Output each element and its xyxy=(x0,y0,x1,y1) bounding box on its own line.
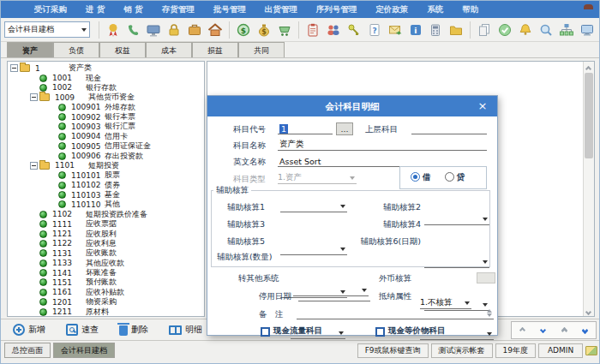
delete-button[interactable]: 删除 xyxy=(119,324,148,336)
expander-icon[interactable] xyxy=(30,240,38,248)
bottom-tab-main[interactable]: 总控画面 xyxy=(4,343,51,358)
clipboard-icon[interactable] xyxy=(303,21,322,39)
expander-icon[interactable] xyxy=(49,142,57,150)
status-image-icon[interactable] xyxy=(585,346,597,355)
tree-row[interactable]: 1211 原材料 xyxy=(8,307,204,316)
account-class-tab[interactable]: 成本 xyxy=(146,42,192,57)
menu-item[interactable]: 受订采购 xyxy=(25,1,76,18)
expander-icon[interactable] xyxy=(49,171,57,179)
cart-icon[interactable] xyxy=(275,21,294,39)
dialog-title[interactable]: 会计科目明细 xyxy=(207,96,497,116)
expander-icon[interactable] xyxy=(30,249,38,257)
aux3-combo[interactable] xyxy=(280,242,347,255)
expander-icon[interactable] xyxy=(30,298,38,306)
monitor-icon[interactable] xyxy=(578,21,597,39)
user-person-icon[interactable] xyxy=(584,3,594,15)
expander-icon[interactable] xyxy=(30,93,38,101)
menu-item[interactable]: 存货管理 xyxy=(153,1,204,18)
check-icon[interactable] xyxy=(495,21,514,39)
expander-icon[interactable] xyxy=(49,133,57,140)
certificate-icon[interactable] xyxy=(104,21,123,39)
expander-icon[interactable] xyxy=(49,182,57,189)
scrollbar-thumb[interactable] xyxy=(585,73,593,158)
lock-icon[interactable] xyxy=(165,21,183,39)
aux2-combo[interactable] xyxy=(424,212,489,225)
expander-icon[interactable] xyxy=(49,104,57,111)
close-icon[interactable]: × xyxy=(475,96,490,116)
help-doc-icon[interactable]: ? xyxy=(365,21,384,39)
credit-radio[interactable]: 贷 xyxy=(445,172,465,183)
phone-icon[interactable] xyxy=(124,21,143,39)
debit-radio[interactable]: 借 xyxy=(411,172,431,183)
bell-icon[interactable] xyxy=(516,21,535,39)
expander-icon[interactable] xyxy=(30,308,38,316)
disable-date-input[interactable] xyxy=(298,289,370,301)
quick-search-button[interactable]: 速查 xyxy=(66,324,99,336)
menu-item[interactable]: 销 货 xyxy=(114,1,152,18)
account-class-tab[interactable]: 权益 xyxy=(99,42,146,57)
calculator-icon[interactable] xyxy=(427,21,446,39)
nav-first-icon[interactable] xyxy=(555,323,573,338)
cashequiv-checkbox[interactable]: 现金等价物科目 xyxy=(375,323,495,337)
account-class-tab[interactable]: 损益 xyxy=(192,42,238,57)
parent-input[interactable] xyxy=(411,122,487,134)
account-class-tab[interactable]: 资产 xyxy=(7,42,53,57)
aux4-combo[interactable] xyxy=(424,255,489,268)
briefcase-icon[interactable] xyxy=(185,21,204,39)
expander-icon[interactable] xyxy=(30,162,38,170)
name-input[interactable]: 资产类 xyxy=(278,138,487,151)
info-icon[interactable]: i xyxy=(406,21,425,39)
scroll-up-icon[interactable] xyxy=(586,64,592,70)
aux1-combo[interactable] xyxy=(280,200,347,212)
expander-icon[interactable] xyxy=(49,152,57,160)
expander-icon[interactable] xyxy=(30,211,38,218)
expander-icon[interactable] xyxy=(49,122,57,130)
expander-icon[interactable] xyxy=(30,220,38,228)
menu-item[interactable]: 序列号管理 xyxy=(307,1,367,18)
add-button[interactable]: 新增 xyxy=(13,324,45,336)
expander-icon[interactable] xyxy=(30,84,38,92)
expander-icon[interactable] xyxy=(10,64,18,72)
cashflow-checkbox[interactable]: 现金流量科目 xyxy=(261,323,372,337)
spinner-icon[interactable] xyxy=(487,309,492,317)
moneybag-icon[interactable]: $ xyxy=(255,21,273,39)
expander-icon[interactable] xyxy=(30,289,38,296)
menu-item[interactable]: 进 货 xyxy=(76,1,114,18)
english-name-input[interactable]: Asset Sort xyxy=(278,154,487,167)
menu-item[interactable]: 出货管理 xyxy=(255,1,307,18)
memo-input[interactable] xyxy=(297,307,494,319)
expander-icon[interactable] xyxy=(49,191,57,199)
expander-icon[interactable] xyxy=(30,75,38,82)
expander-icon[interactable] xyxy=(49,200,57,208)
vertical-scrollbar[interactable] xyxy=(583,62,594,316)
expander-icon[interactable] xyxy=(30,230,38,238)
account-class-tab[interactable]: 共同 xyxy=(238,42,285,57)
module-combo[interactable]: 会计科目建档 xyxy=(4,21,90,38)
bottom-tab-current[interactable]: 会计科目建档 xyxy=(53,343,115,358)
expander-icon[interactable] xyxy=(30,269,38,277)
browse-button[interactable]: … xyxy=(336,122,353,135)
nav-last-icon[interactable] xyxy=(576,323,595,338)
computer-icon[interactable] xyxy=(145,21,164,39)
expander-icon[interactable] xyxy=(49,113,57,121)
menu-item[interactable]: 批号管理 xyxy=(204,1,255,18)
scroll-down-icon[interactable] xyxy=(586,307,592,313)
coin-icon[interactable]: $ xyxy=(234,21,253,39)
nav-next-icon[interactable] xyxy=(534,323,553,338)
expander-icon[interactable] xyxy=(30,260,38,267)
menu-item[interactable]: 帮助 xyxy=(453,1,488,18)
copy-icon[interactable] xyxy=(475,21,494,39)
detail-button[interactable]: 明细 xyxy=(169,324,202,336)
folder-icon[interactable] xyxy=(447,21,465,39)
sitemap-icon[interactable] xyxy=(557,21,576,39)
expander-icon[interactable] xyxy=(30,278,38,286)
key-icon[interactable] xyxy=(345,21,363,39)
home-icon[interactable] xyxy=(206,21,225,39)
nav-prev-icon[interactable] xyxy=(513,323,531,338)
account-class-tab[interactable]: 负债 xyxy=(53,42,99,57)
mail-icon[interactable] xyxy=(386,21,405,39)
menu-item[interactable]: 定价政策 xyxy=(366,1,417,18)
search-icon[interactable] xyxy=(537,21,555,39)
menu-item[interactable]: 系统 xyxy=(417,1,453,18)
users-icon[interactable] xyxy=(324,21,343,39)
